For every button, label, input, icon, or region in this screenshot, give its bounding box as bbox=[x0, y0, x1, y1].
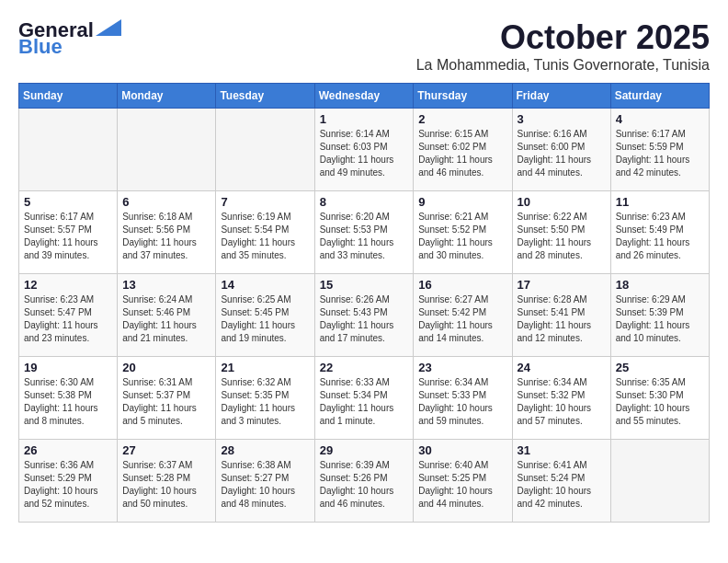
column-header-monday: Monday bbox=[118, 84, 216, 109]
day-info: Sunrise: 6:24 AM Sunset: 5:46 PM Dayligh… bbox=[122, 293, 210, 345]
page-title: October 2025 bbox=[416, 18, 710, 57]
calendar-cell: 26Sunrise: 6:36 AM Sunset: 5:29 PM Dayli… bbox=[19, 440, 118, 523]
calendar-cell: 8Sunrise: 6:20 AM Sunset: 5:53 PM Daylig… bbox=[314, 191, 414, 274]
calendar-cell bbox=[610, 440, 709, 523]
logo-blue-text: Blue bbox=[18, 35, 63, 59]
calendar-cell: 2Sunrise: 6:15 AM Sunset: 6:02 PM Daylig… bbox=[414, 109, 512, 191]
day-number: 21 bbox=[221, 361, 309, 374]
day-info: Sunrise: 6:32 AM Sunset: 5:35 PM Dayligh… bbox=[221, 376, 309, 428]
day-info: Sunrise: 6:15 AM Sunset: 6:02 PM Dayligh… bbox=[418, 128, 506, 179]
day-number: 14 bbox=[221, 278, 309, 292]
day-number: 10 bbox=[518, 195, 606, 209]
calendar-cell: 12Sunrise: 6:23 AM Sunset: 5:47 PM Dayli… bbox=[19, 274, 118, 357]
calendar-week-row: 26Sunrise: 6:36 AM Sunset: 5:29 PM Dayli… bbox=[19, 440, 710, 523]
day-number: 11 bbox=[616, 195, 704, 209]
day-number: 31 bbox=[518, 443, 606, 457]
calendar-cell: 18Sunrise: 6:29 AM Sunset: 5:39 PM Dayli… bbox=[610, 274, 709, 357]
calendar-cell: 22Sunrise: 6:33 AM Sunset: 5:34 PM Dayli… bbox=[314, 357, 414, 440]
calendar-cell: 24Sunrise: 6:34 AM Sunset: 5:32 PM Dayli… bbox=[512, 357, 610, 440]
column-header-friday: Friday bbox=[512, 84, 610, 109]
day-info: Sunrise: 6:28 AM Sunset: 5:41 PM Dayligh… bbox=[518, 293, 606, 345]
calendar-cell: 17Sunrise: 6:28 AM Sunset: 5:41 PM Dayli… bbox=[512, 274, 610, 357]
day-info: Sunrise: 6:14 AM Sunset: 6:03 PM Dayligh… bbox=[320, 128, 409, 179]
day-number: 29 bbox=[320, 443, 409, 457]
day-info: Sunrise: 6:20 AM Sunset: 5:53 PM Dayligh… bbox=[320, 211, 409, 262]
day-info: Sunrise: 6:33 AM Sunset: 5:34 PM Dayligh… bbox=[320, 376, 409, 428]
title-block: October 2025 La Mohammedia, Tunis Govern… bbox=[416, 18, 710, 74]
day-number: 3 bbox=[518, 112, 606, 126]
day-info: Sunrise: 6:29 AM Sunset: 5:39 PM Dayligh… bbox=[616, 293, 704, 345]
column-header-tuesday: Tuesday bbox=[216, 84, 314, 109]
day-info: Sunrise: 6:17 AM Sunset: 5:57 PM Dayligh… bbox=[24, 211, 112, 262]
calendar-cell bbox=[19, 109, 118, 191]
day-number: 19 bbox=[24, 361, 112, 374]
day-info: Sunrise: 6:17 AM Sunset: 5:59 PM Dayligh… bbox=[616, 128, 704, 179]
day-info: Sunrise: 6:40 AM Sunset: 5:25 PM Dayligh… bbox=[418, 459, 506, 511]
day-number: 5 bbox=[24, 195, 112, 209]
day-info: Sunrise: 6:34 AM Sunset: 5:33 PM Dayligh… bbox=[418, 376, 506, 428]
day-info: Sunrise: 6:27 AM Sunset: 5:42 PM Dayligh… bbox=[418, 293, 506, 345]
day-number: 18 bbox=[616, 278, 704, 292]
day-number: 27 bbox=[122, 443, 210, 457]
svg-marker-0 bbox=[96, 19, 121, 36]
day-number: 2 bbox=[418, 112, 506, 126]
calendar-cell: 13Sunrise: 6:24 AM Sunset: 5:46 PM Dayli… bbox=[118, 274, 216, 357]
page-header: General Blue October 2025 La Mohammedia,… bbox=[18, 18, 710, 74]
calendar-week-row: 19Sunrise: 6:30 AM Sunset: 5:38 PM Dayli… bbox=[19, 357, 710, 440]
day-info: Sunrise: 6:30 AM Sunset: 5:38 PM Dayligh… bbox=[24, 376, 112, 428]
calendar-week-row: 5Sunrise: 6:17 AM Sunset: 5:57 PM Daylig… bbox=[19, 191, 710, 274]
day-number: 6 bbox=[122, 195, 210, 209]
calendar-cell: 29Sunrise: 6:39 AM Sunset: 5:26 PM Dayli… bbox=[314, 440, 414, 523]
calendar-cell: 6Sunrise: 6:18 AM Sunset: 5:56 PM Daylig… bbox=[118, 191, 216, 274]
calendar-cell: 14Sunrise: 6:25 AM Sunset: 5:45 PM Dayli… bbox=[216, 274, 314, 357]
calendar-cell: 27Sunrise: 6:37 AM Sunset: 5:28 PM Dayli… bbox=[118, 440, 216, 523]
day-number: 24 bbox=[518, 361, 606, 374]
day-number: 26 bbox=[24, 443, 112, 457]
calendar-cell: 5Sunrise: 6:17 AM Sunset: 5:57 PM Daylig… bbox=[19, 191, 118, 274]
calendar-cell: 10Sunrise: 6:22 AM Sunset: 5:50 PM Dayli… bbox=[512, 191, 610, 274]
logo-wing-icon bbox=[96, 19, 121, 36]
calendar-table: SundayMondayTuesdayWednesdayThursdayFrid… bbox=[18, 83, 710, 523]
day-number: 22 bbox=[320, 361, 409, 374]
calendar-cell: 11Sunrise: 6:23 AM Sunset: 5:49 PM Dayli… bbox=[610, 191, 709, 274]
day-info: Sunrise: 6:18 AM Sunset: 5:56 PM Dayligh… bbox=[122, 211, 210, 262]
day-info: Sunrise: 6:39 AM Sunset: 5:26 PM Dayligh… bbox=[320, 459, 409, 511]
column-header-saturday: Saturday bbox=[610, 84, 709, 109]
day-info: Sunrise: 6:19 AM Sunset: 5:54 PM Dayligh… bbox=[221, 211, 309, 262]
day-info: Sunrise: 6:21 AM Sunset: 5:52 PM Dayligh… bbox=[418, 211, 506, 262]
day-number: 7 bbox=[221, 195, 309, 209]
calendar-cell: 7Sunrise: 6:19 AM Sunset: 5:54 PM Daylig… bbox=[216, 191, 314, 274]
calendar-cell: 9Sunrise: 6:21 AM Sunset: 5:52 PM Daylig… bbox=[414, 191, 512, 274]
day-number: 16 bbox=[418, 278, 506, 292]
day-number: 1 bbox=[320, 112, 409, 126]
day-number: 8 bbox=[320, 195, 409, 209]
calendar-cell: 25Sunrise: 6:35 AM Sunset: 5:30 PM Dayli… bbox=[610, 357, 709, 440]
day-info: Sunrise: 6:25 AM Sunset: 5:45 PM Dayligh… bbox=[221, 293, 309, 345]
day-number: 9 bbox=[418, 195, 506, 209]
calendar-cell: 20Sunrise: 6:31 AM Sunset: 5:37 PM Dayli… bbox=[118, 357, 216, 440]
column-header-thursday: Thursday bbox=[414, 84, 512, 109]
day-number: 25 bbox=[616, 361, 704, 374]
calendar-cell: 23Sunrise: 6:34 AM Sunset: 5:33 PM Dayli… bbox=[414, 357, 512, 440]
day-number: 12 bbox=[24, 278, 112, 292]
calendar-cell: 31Sunrise: 6:41 AM Sunset: 5:24 PM Dayli… bbox=[512, 440, 610, 523]
day-number: 13 bbox=[122, 278, 210, 292]
page-subtitle: La Mohammedia, Tunis Governorate, Tunisi… bbox=[416, 57, 710, 74]
day-number: 30 bbox=[418, 443, 506, 457]
column-header-sunday: Sunday bbox=[19, 84, 118, 109]
calendar-cell: 15Sunrise: 6:26 AM Sunset: 5:43 PM Dayli… bbox=[314, 274, 414, 357]
day-info: Sunrise: 6:36 AM Sunset: 5:29 PM Dayligh… bbox=[24, 459, 112, 511]
day-number: 20 bbox=[122, 361, 210, 374]
calendar-cell bbox=[216, 109, 314, 191]
calendar-week-row: 12Sunrise: 6:23 AM Sunset: 5:47 PM Dayli… bbox=[19, 274, 710, 357]
calendar-header-row: SundayMondayTuesdayWednesdayThursdayFrid… bbox=[19, 84, 710, 109]
day-number: 17 bbox=[518, 278, 606, 292]
day-info: Sunrise: 6:23 AM Sunset: 5:49 PM Dayligh… bbox=[616, 211, 704, 262]
day-info: Sunrise: 6:23 AM Sunset: 5:47 PM Dayligh… bbox=[24, 293, 112, 345]
calendar-cell: 4Sunrise: 6:17 AM Sunset: 5:59 PM Daylig… bbox=[610, 109, 709, 191]
day-number: 23 bbox=[418, 361, 506, 374]
calendar-week-row: 1Sunrise: 6:14 AM Sunset: 6:03 PM Daylig… bbox=[19, 109, 710, 191]
day-number: 28 bbox=[221, 443, 309, 457]
calendar-cell: 28Sunrise: 6:38 AM Sunset: 5:27 PM Dayli… bbox=[216, 440, 314, 523]
day-info: Sunrise: 6:41 AM Sunset: 5:24 PM Dayligh… bbox=[518, 459, 606, 511]
